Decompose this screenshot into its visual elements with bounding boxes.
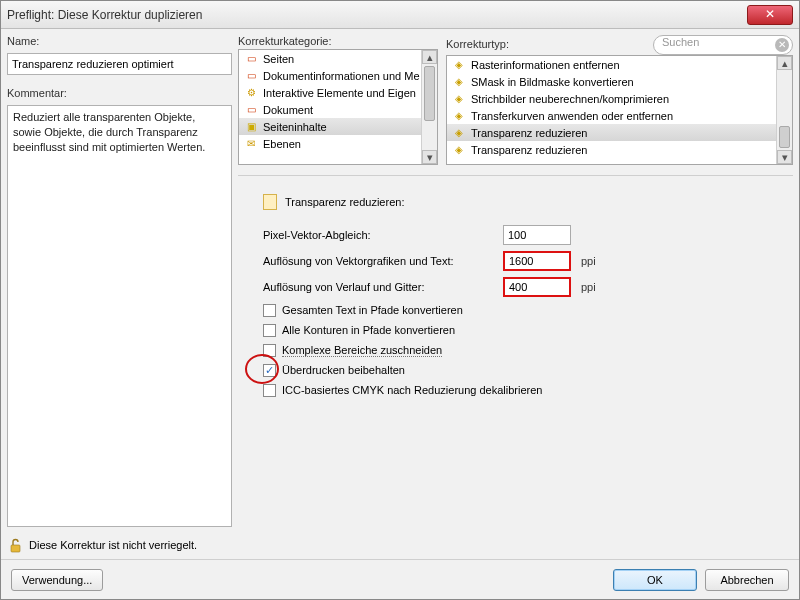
- lock-row: Diese Korrektur ist nicht verriegelt.: [7, 537, 232, 553]
- vector-input[interactable]: [503, 251, 571, 271]
- bullet-icon: ◈: [452, 143, 466, 157]
- checkbox-label: Komplexe Bereiche zuschneiden: [282, 344, 442, 357]
- page-icon: ▭: [244, 103, 258, 117]
- list-item[interactable]: ▭Seiten: [239, 50, 437, 67]
- typ-label: Korrekturtyp:: [446, 38, 509, 50]
- list-item[interactable]: ◈Transparenz reduzieren: [447, 141, 792, 158]
- comment-label: Kommentar:: [7, 87, 232, 99]
- page-icon: ▭: [244, 52, 258, 66]
- pixel-input[interactable]: [503, 225, 571, 245]
- scroll-thumb[interactable]: [779, 126, 790, 148]
- gradient-input[interactable]: [503, 277, 571, 297]
- gear-icon: ⚙: [244, 86, 258, 100]
- list-item[interactable]: ▭Dokument: [239, 101, 437, 118]
- gradient-label: Auflösung von Verlauf und Gitter:: [263, 281, 493, 293]
- pixel-label: Pixel-Vektor-Abgleich:: [263, 229, 493, 241]
- name-label: Name:: [7, 35, 232, 47]
- bullet-icon: ◈: [452, 109, 466, 123]
- checkbox-clip[interactable]: [263, 344, 276, 357]
- folder-icon: ▣: [244, 120, 258, 134]
- footer: Verwendung... OK Abbrechen: [1, 559, 799, 599]
- section-icon: [263, 194, 277, 210]
- cancel-button[interactable]: Abbrechen: [705, 569, 789, 591]
- typ-list[interactable]: ◈Rasterinformationen entfernen ◈SMask in…: [446, 55, 793, 165]
- bullet-icon: ◈: [452, 58, 466, 72]
- checkbox-icc[interactable]: [263, 384, 276, 397]
- checkbox-label: Gesamten Text in Pfade konvertieren: [282, 304, 463, 316]
- scroll-down-icon[interactable]: ▾: [422, 150, 437, 164]
- list-item[interactable]: ⚙Interaktive Elemente und Eigen: [239, 84, 437, 101]
- section-header: Transparenz reduzieren:: [285, 196, 404, 208]
- scroll-up-icon[interactable]: ▴: [777, 56, 792, 70]
- kategorie-list[interactable]: ▭Seiten ▭Dokumentinformationen und Me ⚙I…: [238, 49, 438, 165]
- list-item[interactable]: ✉Ebenen: [239, 135, 437, 152]
- right-column: Korrekturkategorie: ▭Seiten ▭Dokumentinf…: [238, 35, 793, 553]
- titlebar: Preflight: Diese Korrektur duplizieren ✕: [1, 1, 799, 29]
- kategorie-label: Korrekturkategorie:: [238, 35, 438, 47]
- details-panel: Transparenz reduzieren: Pixel-Vektor-Abg…: [238, 186, 793, 553]
- checkbox-overprint[interactable]: [263, 364, 276, 377]
- list-item-selected[interactable]: ◈Transparenz reduzieren: [447, 124, 792, 141]
- bullet-icon: ◈: [452, 92, 466, 106]
- list-item[interactable]: ◈Strichbilder neuberechnen/komprimieren: [447, 90, 792, 107]
- window-title: Preflight: Diese Korrektur duplizieren: [7, 8, 202, 22]
- checkbox-label: Überdrucken beibehalten: [282, 364, 405, 376]
- close-button[interactable]: ✕: [747, 5, 793, 25]
- comment-textarea[interactable]: Reduziert alle transparenten Objekte, so…: [7, 105, 232, 527]
- list-item[interactable]: ◈SMask in Bildmaske konvertieren: [447, 73, 792, 90]
- list-item[interactable]: ◈Rasterinformationen entfernen: [447, 56, 792, 73]
- unit-label: ppi: [581, 281, 611, 293]
- scroll-down-icon[interactable]: ▾: [777, 150, 792, 164]
- list-item[interactable]: ▭Dokumentinformationen und Me: [239, 67, 437, 84]
- vector-label: Auflösung von Vektorgrafiken und Text:: [263, 255, 493, 267]
- document-icon: ▭: [244, 69, 258, 83]
- list-item-selected[interactable]: ▣Seiteninhalte: [239, 118, 437, 135]
- checkbox-label: ICC-basiertes CMYK nach Reduzierung deka…: [282, 384, 542, 396]
- left-column: Name: Kommentar: Reduziert alle transpar…: [7, 35, 232, 553]
- checkbox-label: Alle Konturen in Pfade konvertieren: [282, 324, 455, 336]
- scroll-up-icon[interactable]: ▴: [422, 50, 437, 64]
- ok-button[interactable]: OK: [613, 569, 697, 591]
- scrollbar[interactable]: ▴ ▾: [776, 56, 792, 164]
- bullet-icon: ◈: [452, 126, 466, 140]
- usage-button[interactable]: Verwendung...: [11, 569, 103, 591]
- layers-icon: ✉: [244, 137, 258, 151]
- name-input[interactable]: [7, 53, 232, 75]
- scroll-thumb[interactable]: [424, 66, 435, 121]
- scrollbar[interactable]: ▴ ▾: [421, 50, 437, 164]
- divider: [238, 175, 793, 176]
- lock-open-icon: [7, 537, 23, 553]
- clear-search-icon[interactable]: ✕: [775, 38, 789, 52]
- bullet-icon: ◈: [452, 75, 466, 89]
- list-item[interactable]: ◈Transferkurven anwenden oder entfernen: [447, 107, 792, 124]
- unit-label: ppi: [581, 255, 611, 267]
- checkbox-text-paths[interactable]: [263, 304, 276, 317]
- checkbox-stroke-paths[interactable]: [263, 324, 276, 337]
- preflight-dialog: Preflight: Diese Korrektur duplizieren ✕…: [0, 0, 800, 600]
- search-input[interactable]: Suchen ✕: [653, 35, 793, 55]
- lock-text: Diese Korrektur ist nicht verriegelt.: [29, 539, 197, 551]
